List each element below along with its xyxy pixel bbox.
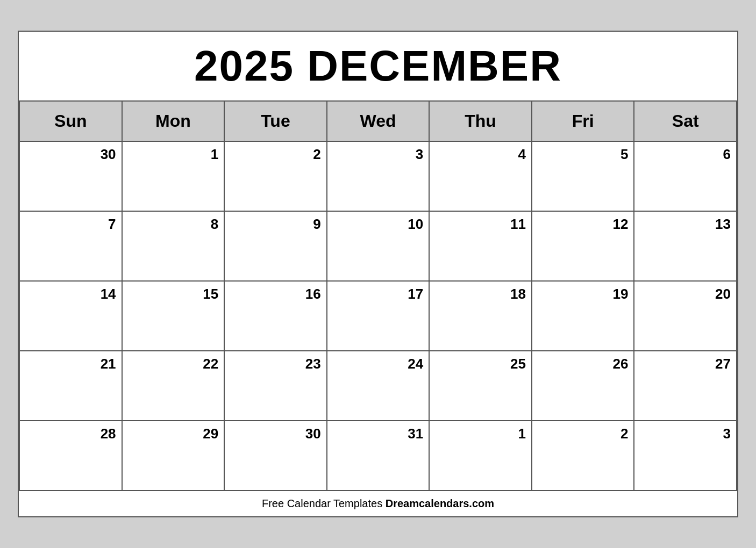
day-cell: 13 xyxy=(634,212,737,282)
day-cell: 15 xyxy=(123,282,225,351)
day-cell: 3 xyxy=(327,142,430,212)
day-cell: 1 xyxy=(430,421,532,491)
day-cell: 29 xyxy=(123,421,225,491)
calendar: 2025 DECEMBER SunMonTueWedThuFriSat30123… xyxy=(18,31,738,517)
day-cell: 22 xyxy=(123,351,225,421)
footer-bold: Dreamcalendars.com xyxy=(386,497,494,509)
day-cell: 6 xyxy=(634,142,737,212)
day-cell: 30 xyxy=(225,421,327,491)
day-cell: 5 xyxy=(532,142,635,212)
day-cell: 7 xyxy=(20,212,123,282)
calendar-grid: SunMonTueWedThuFriSat3012345678910111213… xyxy=(19,102,737,491)
day-cell: 21 xyxy=(20,351,123,421)
day-cell: 25 xyxy=(430,351,532,421)
day-cell: 19 xyxy=(532,282,635,351)
day-cell: 30 xyxy=(20,142,123,212)
day-cell: 2 xyxy=(532,421,635,491)
day-cell: 24 xyxy=(327,351,430,421)
day-cell: 27 xyxy=(634,351,737,421)
day-cell: 4 xyxy=(430,142,532,212)
day-cell: 2 xyxy=(225,142,327,212)
day-cell: 31 xyxy=(327,421,430,491)
day-cell: 17 xyxy=(327,282,430,351)
day-cell: 14 xyxy=(20,282,123,351)
day-cell: 11 xyxy=(430,212,532,282)
day-cell: 9 xyxy=(225,212,327,282)
day-header-thu: Thu xyxy=(430,102,532,142)
day-header-sat: Sat xyxy=(634,102,737,142)
day-cell: 3 xyxy=(634,421,737,491)
day-cell: 20 xyxy=(634,282,737,351)
day-cell: 28 xyxy=(20,421,123,491)
day-cell: 12 xyxy=(532,212,635,282)
day-header-wed: Wed xyxy=(327,102,430,142)
calendar-footer: Free Calendar Templates Dreamcalendars.c… xyxy=(19,491,737,516)
calendar-title: 2025 DECEMBER xyxy=(19,32,737,102)
day-header-fri: Fri xyxy=(532,102,635,142)
day-cell: 10 xyxy=(327,212,430,282)
day-cell: 16 xyxy=(225,282,327,351)
day-cell: 26 xyxy=(532,351,635,421)
day-header-sun: Sun xyxy=(20,102,123,142)
day-cell: 8 xyxy=(123,212,225,282)
day-cell: 1 xyxy=(123,142,225,212)
footer-normal: Free Calendar Templates xyxy=(262,497,386,509)
day-header-mon: Mon xyxy=(123,102,225,142)
day-header-tue: Tue xyxy=(225,102,327,142)
day-cell: 18 xyxy=(430,282,532,351)
day-cell: 23 xyxy=(225,351,327,421)
